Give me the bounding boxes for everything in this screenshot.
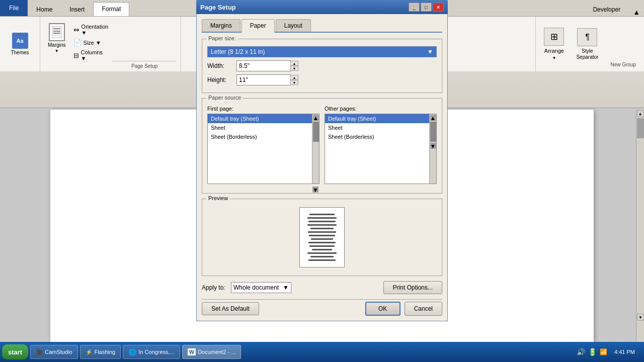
ok-button[interactable]: OK — [365, 302, 400, 316]
first-page-list[interactable]: ▲ ▼ Default tray (Sheet) Sheet Sheet (Bo… — [207, 114, 319, 184]
apply-to-select[interactable]: Whole document ▼ — [231, 282, 291, 293]
first-scroll-up[interactable]: ▲ — [313, 115, 319, 121]
vertical-scrollbar[interactable]: ▲ ▼ — [636, 110, 644, 342]
tab-format[interactable]: Format — [93, 2, 129, 16]
other-page-item-1[interactable]: Sheet — [325, 123, 429, 132]
preview-line-3 — [308, 221, 336, 222]
browser-icon: 🌐 — [128, 348, 136, 356]
print-options-button[interactable]: Print Options... — [383, 281, 442, 294]
style-separator-label: Style Separator — [572, 48, 602, 60]
preview-area — [206, 203, 438, 272]
paper-size-legend: Paper size: — [206, 35, 238, 41]
orientation-button[interactable]: ⇔ Orientation ▼ — [71, 23, 111, 37]
scroll-up-button[interactable]: ▲ — [637, 110, 644, 117]
print-options-wrapper: Print Options... — [383, 281, 442, 294]
height-spinner[interactable]: ▲ ▼ — [290, 75, 298, 85]
new-group-label: New Group — [610, 62, 636, 67]
first-scroll-thumb[interactable] — [313, 122, 319, 142]
preview-line-4 — [307, 224, 337, 226]
preview-line-11 — [312, 249, 332, 250]
tab-margins[interactable]: Margins — [202, 19, 240, 32]
dialog-body: Margins Paper Layout Paper size: Letter … — [196, 14, 448, 321]
style-separator-button[interactable]: ¶ Style Separator — [572, 28, 602, 60]
page-setup-label: Page Setup — [112, 61, 177, 69]
preview-line-2 — [307, 217, 337, 219]
other-scroll-thumb[interactable] — [430, 122, 436, 142]
width-spinner[interactable]: ▲ ▼ — [290, 61, 298, 71]
first-page-items: Default tray (Sheet) Sheet Sheet (Border… — [208, 114, 312, 141]
preview-section: Preview — [202, 199, 442, 276]
scroll-down-button[interactable]: ▼ — [637, 314, 644, 321]
paper-size-section: Paper size: Letter (8 1/2 x 11 in) ▼ Wid… — [202, 39, 442, 93]
other-page-item-0[interactable]: Default tray (Sheet) — [325, 114, 429, 123]
other-scroll-up[interactable]: ▲ — [430, 115, 436, 121]
dialog-close-button[interactable]: ✕ — [433, 3, 444, 12]
dialog-tabs: Margins Paper Layout — [202, 19, 442, 33]
margins-button[interactable]: Margins ▼ — [44, 21, 69, 56]
width-spin-up[interactable]: ▲ — [290, 61, 298, 66]
taskbar-item-flashing[interactable]: ⚡ Flashing — [80, 345, 121, 359]
other-pages-list[interactable]: ▲ ▼ Default tray (Sheet) Sheet Sheet (Bo… — [325, 114, 437, 184]
first-page-scrollbar[interactable]: ▲ ▼ — [312, 114, 319, 184]
first-page-item-1[interactable]: Sheet — [208, 123, 312, 132]
paper-size-select-wrapper: Letter (8 1/2 x 11 in) ▼ — [207, 46, 437, 57]
arrange-button[interactable]: ⊞ Arrange ▼ — [544, 28, 564, 60]
orientation-icon: ⇔ — [73, 26, 79, 34]
dialog-restore-button[interactable]: □ — [421, 3, 432, 12]
taskbar-item-browser[interactable]: 🌐 In Congress,... — [123, 345, 180, 359]
preview-line-14 — [308, 259, 335, 261]
tab-insert[interactable]: Insert — [61, 2, 93, 16]
themes-button[interactable]: Aa Themes — [7, 30, 32, 58]
tab-paper[interactable]: Paper — [242, 19, 275, 33]
preview-page — [299, 207, 345, 267]
width-input-group: ▲ ▼ — [236, 60, 298, 71]
tab-developer[interactable]: Developer — [584, 2, 629, 16]
tab-home[interactable]: Home — [28, 2, 61, 16]
height-spin-down[interactable]: ▼ — [290, 80, 298, 85]
height-input[interactable] — [236, 74, 291, 85]
browser-label: In Congress,... — [138, 349, 175, 355]
arrange-icon: ⊞ — [544, 28, 564, 46]
source-columns: First page: ▲ ▼ Default tray (Sheet) She… — [207, 106, 437, 184]
preview-line-13 — [310, 256, 334, 257]
ribbon-expand-icon[interactable]: ▲ — [633, 8, 640, 16]
other-pages-label: Other pages: — [325, 106, 437, 112]
first-page-item-0[interactable]: Default tray (Sheet) — [208, 114, 312, 123]
width-input[interactable] — [236, 60, 291, 71]
height-label: Height: — [207, 76, 232, 83]
height-spin-up[interactable]: ▲ — [290, 75, 298, 80]
preview-line-7 — [309, 235, 335, 236]
page-setup-dialog: Page Setup _ □ ✕ Margins Paper Layout Pa… — [196, 0, 448, 321]
camstudio-icon: 🎥 — [36, 349, 43, 355]
first-page-item-2[interactable]: Sheet (Borderless) — [208, 132, 312, 141]
cancel-button[interactable]: Cancel — [405, 302, 442, 316]
tray-icon-1: 🔊 — [577, 348, 585, 356]
set-default-button[interactable]: Set As Default — [202, 302, 259, 315]
themes-label: Themes — [11, 50, 29, 55]
other-page-scrollbar[interactable]: ▲ ▼ — [429, 114, 436, 184]
start-button[interactable]: start — [2, 344, 28, 359]
tab-layout[interactable]: Layout — [276, 19, 311, 32]
arrange-label: Arrange — [544, 48, 564, 54]
ok-cancel-group: OK Cancel — [365, 302, 442, 316]
other-page-item-2[interactable]: Sheet (Borderless) — [325, 132, 429, 141]
taskbar-item-word[interactable]: W Document2 - ... — [182, 345, 242, 359]
dialog-buttons: Set As Default OK Cancel — [202, 299, 442, 316]
scroll-thumb[interactable] — [637, 118, 644, 138]
width-label: Width: — [207, 62, 232, 69]
dialog-minimize-button[interactable]: _ — [409, 3, 420, 12]
dialog-controls: _ □ ✕ — [409, 3, 444, 12]
size-button[interactable]: 📄 Size ▼ — [71, 38, 111, 47]
paper-source-legend: Paper source — [206, 95, 243, 101]
preview-line-1 — [309, 214, 335, 215]
width-spin-down[interactable]: ▼ — [290, 66, 298, 71]
other-scroll-down[interactable]: ▼ — [430, 143, 436, 149]
first-page-label: First page: — [207, 106, 319, 112]
orientation-label: Orientation ▼ — [82, 24, 109, 36]
tab-file[interactable]: File — [0, 0, 28, 16]
taskbar-item-camstudio[interactable]: 🎥 CamStudio — [30, 345, 77, 359]
apply-to-label: Apply to: — [202, 284, 227, 291]
columns-button[interactable]: ⊟ Columns ▼ — [71, 48, 111, 62]
taskbar-tray: 🔊 🔋 📶 4:41 PM — [574, 348, 642, 356]
paper-size-select[interactable]: Letter (8 1/2 x 11 in) ▼ — [207, 46, 437, 57]
